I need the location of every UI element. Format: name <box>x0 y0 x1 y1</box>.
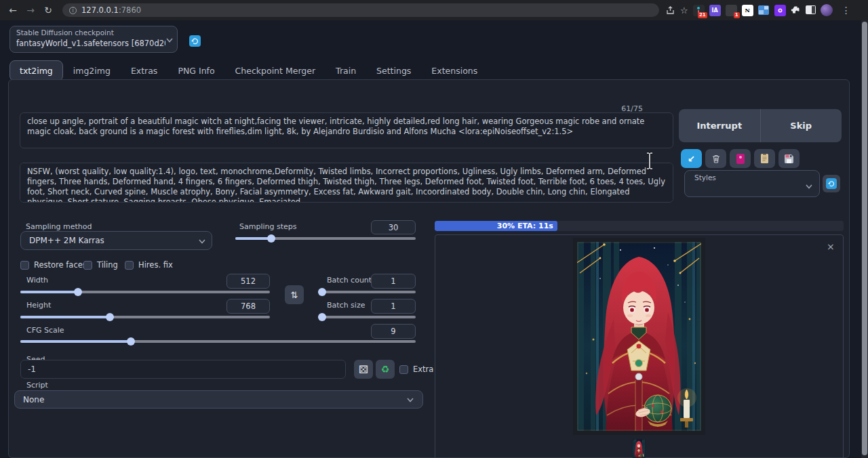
extra-label: Extra <box>413 365 433 374</box>
tab-train[interactable]: Train <box>326 60 366 81</box>
checkpoint-refresh-button[interactable] <box>189 35 201 47</box>
batch-count-label: Batch count <box>327 276 372 285</box>
cfg-scale-label: CFG Scale <box>26 326 64 335</box>
extension-icon-ia[interactable]: IA <box>709 5 721 16</box>
extensions-puzzle-icon[interactable] <box>791 5 801 16</box>
avatar[interactable] <box>821 4 833 16</box>
address-bar[interactable]: i 127.0.0.1 :7860 <box>62 3 659 17</box>
sampling-method-value: DPM++ 2M Karras <box>29 236 104 245</box>
paste-generation-params-button[interactable]: ↙ <box>681 149 702 168</box>
checkpoint-label: Stable Diffusion checkpoint <box>16 28 114 37</box>
extension-icon-blue[interactable] <box>758 5 770 16</box>
swap-width-height-button[interactable]: ⇅ <box>285 285 304 304</box>
width-input[interactable]: 512 <box>226 274 270 289</box>
tab-img2img[interactable]: img2img <box>63 60 121 81</box>
tab-settings[interactable]: Settings <box>366 60 421 81</box>
clear-prompt-button[interactable] <box>705 149 726 168</box>
tab-bar: txt2img img2img Extras PNG Info Checkpoi… <box>9 60 488 81</box>
tiling-label: Tiling <box>97 260 118 270</box>
generated-image[interactable] <box>573 238 705 435</box>
chevron-down-icon <box>407 398 414 402</box>
batch-count-slider[interactable] <box>318 291 416 293</box>
extension-icon-teal[interactable]: 21 <box>693 5 705 16</box>
cfg-scale-input[interactable]: 9 <box>371 324 416 339</box>
checkbox-icon <box>83 261 92 270</box>
height-slider[interactable] <box>20 316 270 318</box>
width-label: Width <box>26 276 48 285</box>
tab-extensions[interactable]: Extensions <box>421 60 488 81</box>
restore-faces-checkbox[interactable]: Restore faces <box>20 260 87 270</box>
height-input[interactable]: 768 <box>226 299 270 314</box>
random-seed-button[interactable]: ⚄ <box>354 360 373 379</box>
site-info-icon[interactable]: i <box>69 7 77 14</box>
extension-icon-dark[interactable]: 1 <box>726 5 737 16</box>
apply-styles-button[interactable] <box>754 149 775 168</box>
progress-text: 30% ETA: 11s <box>497 222 553 230</box>
refresh-icon <box>826 178 837 189</box>
progress-fill: 30% ETA: 11s <box>435 221 557 231</box>
txt2img-panel: 61/75 close up angle, portrait of a beau… <box>8 79 850 458</box>
styles-dropdown[interactable]: Styles <box>684 170 820 197</box>
width-slider[interactable] <box>20 291 270 293</box>
extra-seed-checkbox[interactable]: Extra <box>399 365 433 374</box>
reuse-seed-button[interactable]: ♻ <box>376 360 395 379</box>
stable-diffusion-webui: Stable Diffusion checkpoint fantasyWorld… <box>0 20 868 458</box>
extension-icon-notion[interactable]: N <box>742 5 753 16</box>
tab-txt2img[interactable]: txt2img <box>9 60 63 81</box>
browser-forward-button[interactable]: → <box>22 5 39 16</box>
browser-toolbar: ← → ↻ i 127.0.0.1 :7860 ☆ 21 IA 1 N <box>0 0 868 20</box>
page-scrollbar[interactable] <box>861 20 868 458</box>
browser-back-button[interactable]: ← <box>4 5 22 16</box>
swap-icon: ⇅ <box>291 290 298 300</box>
generate-actions: Interrupt Skip <box>679 109 842 142</box>
browser-menu-icon[interactable]: ⋮ <box>837 5 855 16</box>
extra-networks-button[interactable] <box>730 149 751 168</box>
seed-input[interactable]: -1 <box>20 360 346 379</box>
prompt-input[interactable]: close up angle, portrait of a beautiful … <box>20 112 673 148</box>
tab-checkpoint-merger[interactable]: Checkpoint Merger <box>225 60 326 81</box>
chevron-down-icon <box>199 239 205 244</box>
extension-icon-purple[interactable] <box>774 5 786 16</box>
sampling-method-dropdown[interactable]: DPM++ 2M Karras <box>20 231 212 250</box>
sampling-steps-input[interactable]: 30 <box>371 220 416 234</box>
styles-refresh-button[interactable] <box>823 175 840 192</box>
clipboard-icon <box>761 154 768 163</box>
trash-icon <box>712 154 720 163</box>
batch-count-input[interactable]: 1 <box>371 274 416 289</box>
save-style-button[interactable] <box>778 149 800 168</box>
tab-png-info[interactable]: PNG Info <box>167 60 224 81</box>
hires-fix-checkbox[interactable]: Hires. fix <box>125 260 173 270</box>
card-icon <box>736 154 745 164</box>
negative-prompt-input[interactable]: NSFW, (worst quality, low quality:1.4), … <box>20 163 673 203</box>
batch-size-label: Batch size <box>327 301 365 310</box>
floppy-disk-icon <box>785 154 793 163</box>
hires-fix-label: Hires. fix <box>138 260 173 270</box>
bookmark-star-icon[interactable]: ☆ <box>680 5 688 16</box>
batch-size-input[interactable]: 1 <box>371 299 416 314</box>
share-icon[interactable] <box>666 5 675 15</box>
scrollbar-thumb[interactable] <box>862 22 867 455</box>
extension-badge: 1 <box>734 12 740 18</box>
height-label: Height <box>26 301 51 310</box>
chevron-down-icon <box>166 38 173 43</box>
checkpoint-dropdown[interactable]: Stable Diffusion checkpoint fantasyWorld… <box>9 26 178 53</box>
cfg-scale-slider[interactable] <box>20 340 416 343</box>
batch-size-slider[interactable] <box>318 316 416 318</box>
interrupt-button[interactable]: Interrupt <box>679 109 761 142</box>
gallery-thumbnail[interactable] <box>632 439 646 458</box>
prompt-tools: ↙ <box>681 149 800 168</box>
dice-icon: ⚄ <box>359 363 368 376</box>
script-dropdown[interactable]: None <box>14 390 423 409</box>
browser-reload-button[interactable]: ↻ <box>39 5 57 16</box>
checkbox-icon <box>125 261 134 270</box>
tiling-checkbox[interactable]: Tiling <box>83 260 118 270</box>
url-port: :7860 <box>119 5 141 15</box>
sidebar-toggle-icon[interactable] <box>806 4 816 17</box>
skip-button[interactable]: Skip <box>761 109 842 142</box>
progress-bar: 30% ETA: 11s <box>435 221 844 231</box>
tab-extras[interactable]: Extras <box>121 60 168 81</box>
sampling-steps-label: Sampling steps <box>239 222 297 231</box>
close-icon[interactable]: × <box>827 241 835 252</box>
sampling-steps-slider[interactable] <box>235 237 416 240</box>
recycle-icon: ♻ <box>381 364 390 375</box>
